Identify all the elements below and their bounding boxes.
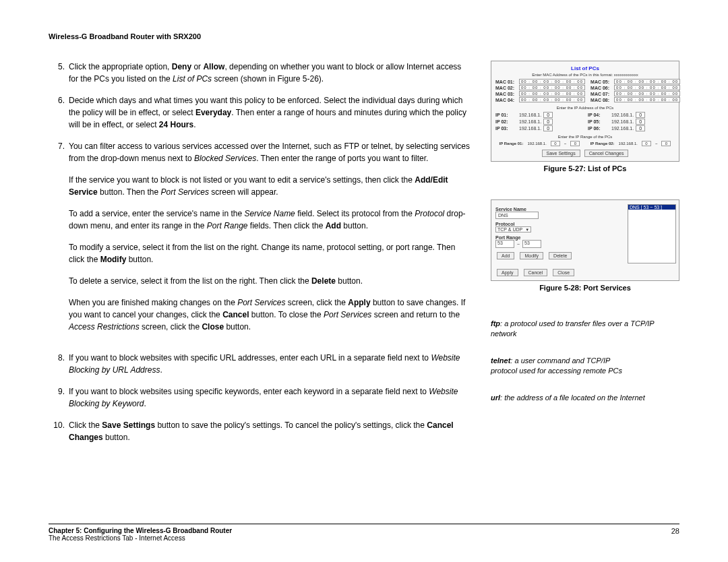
protocol-select[interactable]: TCP & UDP▼ xyxy=(495,226,531,232)
ip-row: IP 03:192.168.1.0 xyxy=(495,125,582,131)
ip-input[interactable]: 0 xyxy=(543,112,553,118)
mac-row: MAC 01:00 : 00 : 00 : 00 : 00 : 00 xyxy=(495,79,585,84)
protocol-label: Protocol xyxy=(495,222,624,226)
save-settings-button[interactable]: Save Settings xyxy=(542,150,580,157)
ip-range-from[interactable]: 0 xyxy=(642,141,651,146)
step-10: 10. Click the Save Settings button to sa… xyxy=(49,419,471,443)
glossary-telnet: telnet: a user command and TCP/IP protoc… xyxy=(491,356,679,377)
step-number: 6. xyxy=(49,94,69,131)
ip-range-from[interactable]: 0 xyxy=(551,141,560,146)
ip-heading: Enter the IP Address of the PCs xyxy=(495,106,675,110)
mac-input[interactable]: 00 : 00 : 00 : 00 : 00 : 00 xyxy=(519,79,585,84)
mac-input[interactable]: 00 : 00 : 00 : 00 : 00 : 00 xyxy=(614,79,680,84)
modify-button[interactable]: Modify xyxy=(520,252,543,259)
delete-button[interactable]: Delete xyxy=(549,252,572,259)
figure-port-services: Service Name DNS Protocol TCP & UDP▼ Por… xyxy=(491,199,679,281)
ip-input[interactable]: 0 xyxy=(543,119,553,125)
footer-chapter: Chapter 5: Configuring the Wireless-G Br… xyxy=(49,527,232,534)
step-number: 5. xyxy=(49,61,69,85)
mac-heading: Enter MAC Address of the PCs in this for… xyxy=(495,73,675,77)
ip-row: IP 04:192.168.1.0 xyxy=(588,112,675,118)
list-item-selected[interactable]: DNS [ 53 ~ 53 ] xyxy=(628,205,675,210)
dialog-title: List of PCs xyxy=(495,65,675,71)
service-name-label: Service Name xyxy=(495,207,624,212)
ip-input[interactable]: 0 xyxy=(543,125,553,131)
chevron-down-icon: ▼ xyxy=(525,228,529,232)
ip-row: IP 01:192.168.1.0 xyxy=(495,112,582,118)
mac-input[interactable]: 00 : 00 : 00 : 00 : 00 : 00 xyxy=(519,91,585,96)
mac-input[interactable]: 00 : 00 : 00 : 00 : 00 : 00 xyxy=(614,97,680,102)
main-content: 5. Click the appropriate option, Deny or… xyxy=(49,61,471,453)
step-number: 9. xyxy=(49,385,69,410)
close-button[interactable]: Close xyxy=(553,269,574,276)
ip-input[interactable]: 0 xyxy=(636,119,645,125)
page-number: 28 xyxy=(671,527,679,535)
ip-input[interactable]: 0 xyxy=(636,125,645,131)
step-number: 10. xyxy=(49,419,69,443)
ip-range-to[interactable]: 0 xyxy=(570,141,580,146)
mac-row: MAC 04:00 : 00 : 00 : 00 : 00 : 00 xyxy=(495,97,585,102)
port-from-input[interactable]: 53 xyxy=(495,240,514,248)
cancel-button[interactable]: Cancel xyxy=(524,269,548,276)
mac-input[interactable]: 00 : 00 : 00 : 00 : 00 : 00 xyxy=(614,91,680,96)
step-6: 6. Decide which days and what times you … xyxy=(49,94,471,131)
figure-caption: Figure 5-28: Port Services xyxy=(491,284,679,292)
header-title: Wireless-G Broadband Router with SRX200 xyxy=(49,32,679,40)
mac-row: MAC 06:00 : 00 : 00 : 00 : 00 : 00 xyxy=(590,85,680,90)
mac-row: MAC 07:00 : 00 : 00 : 00 : 00 : 00 xyxy=(590,91,680,96)
add-button[interactable]: Add xyxy=(497,252,514,259)
ip-input[interactable]: 0 xyxy=(636,112,645,118)
glossary-ftp: ftp: a protocol used to transfer files o… xyxy=(491,319,679,340)
ip-row: IP 05:192.168.1.0 xyxy=(588,119,675,125)
service-listbox[interactable]: DNS [ 53 ~ 53 ] xyxy=(628,204,676,263)
ip-row: IP 06:192.168.1.0 xyxy=(588,125,675,131)
mac-input[interactable]: 00 : 00 : 00 : 00 : 00 : 00 xyxy=(614,85,680,90)
port-range-label: Port Range xyxy=(495,235,624,240)
step-9: 9. If you want to block websites using s… xyxy=(49,385,471,410)
step-5: 5. Click the appropriate option, Deny or… xyxy=(49,61,471,85)
step-number: 8. xyxy=(49,352,69,376)
ip-range-to[interactable]: 0 xyxy=(661,141,671,146)
footer-section: The Access Restrictions Tab - Internet A… xyxy=(49,534,232,542)
mac-input[interactable]: 00 : 00 : 00 : 00 : 00 : 00 xyxy=(519,85,585,90)
cancel-changes-button[interactable]: Cancel Changes xyxy=(584,150,629,157)
page-footer: Chapter 5: Configuring the Wireless-G Br… xyxy=(49,524,679,542)
glossary-url: url: the address of a file located on th… xyxy=(491,393,679,403)
service-name-input[interactable]: DNS xyxy=(495,212,539,219)
ip-range-heading: Enter the IP Range of the PCs xyxy=(495,135,675,139)
step-7: 7. You can filter access to various serv… xyxy=(49,140,471,342)
mac-row: MAC 08:00 : 00 : 00 : 00 : 00 : 00 xyxy=(590,97,680,102)
step-8: 8. If you want to block websites with sp… xyxy=(49,352,471,376)
ip-row: IP 02:192.168.1.0 xyxy=(495,119,582,125)
figure-list-of-pcs: List of PCs Enter MAC Address of the PCs… xyxy=(491,61,679,162)
step-number: 7. xyxy=(49,140,69,342)
apply-button[interactable]: Apply xyxy=(497,269,518,276)
mac-row: MAC 05:00 : 00 : 00 : 00 : 00 : 00 xyxy=(590,79,680,84)
port-to-input[interactable]: 53 xyxy=(522,240,541,248)
mac-row: MAC 02:00 : 00 : 00 : 00 : 00 : 00 xyxy=(495,85,585,90)
figure-caption: Figure 5-27: List of PCs xyxy=(491,164,679,173)
mac-row: MAC 03:00 : 00 : 00 : 00 : 00 : 00 xyxy=(495,91,585,96)
mac-input[interactable]: 00 : 00 : 00 : 00 : 00 : 00 xyxy=(519,97,585,102)
